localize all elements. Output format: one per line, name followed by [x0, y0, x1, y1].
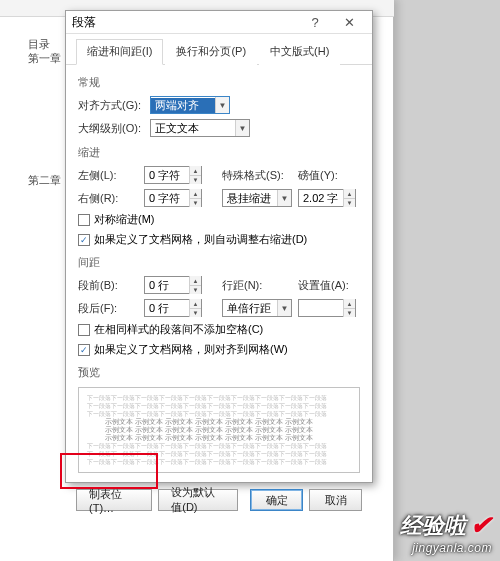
section-general: 常规	[78, 75, 360, 90]
left-indent-label: 左侧(L):	[78, 168, 138, 183]
titlebar[interactable]: 段落 ? ✕	[66, 11, 372, 34]
spin-up-icon[interactable]: ▲	[190, 299, 201, 308]
doc-text-ch1: 第一章	[28, 51, 61, 66]
snap-grid-checkbox[interactable]	[78, 344, 90, 356]
by-spinner[interactable]: 2.02 字 ▲▼	[298, 189, 356, 207]
space-before-label: 段前(B):	[78, 278, 138, 293]
alignment-label: 对齐方式(G):	[78, 98, 144, 113]
paragraph-dialog: 段落 ? ✕ 缩进和间距(I) 换行和分页(P) 中文版式(H) 常规 对齐方式…	[65, 10, 373, 483]
space-after-label: 段后(F):	[78, 301, 138, 316]
spin-down-icon[interactable]: ▼	[190, 308, 201, 317]
special-label: 特殊格式(S):	[222, 168, 292, 183]
help-button[interactable]: ?	[298, 11, 332, 33]
dialog-title: 段落	[72, 14, 298, 31]
auto-adjust-right-checkbox[interactable]	[78, 234, 90, 246]
linespacing-label: 行距(N):	[222, 278, 292, 293]
chevron-down-icon: ▼	[235, 120, 249, 136]
spin-up-icon[interactable]: ▲	[190, 276, 201, 285]
spin-down-icon[interactable]: ▼	[344, 308, 355, 317]
alignment-combo[interactable]: 两端对齐 ▼	[150, 96, 230, 114]
mirror-indent-checkbox[interactable]	[78, 214, 90, 226]
set-default-button[interactable]: 设为默认值(D)	[158, 489, 238, 511]
at-spinner[interactable]: ▲▼	[298, 299, 356, 317]
outline-combo[interactable]: 正文文本 ▼	[150, 119, 250, 137]
outline-label: 大纲级别(O):	[78, 121, 144, 136]
no-space-same-style-label: 在相同样式的段落间不添加空格(C)	[94, 322, 263, 337]
space-after-spinner[interactable]: 0 行 ▲▼	[144, 299, 202, 317]
button-row: 制表位(T)… 设为默认值(D) 确定 取消	[66, 481, 372, 519]
spin-down-icon[interactable]: ▼	[190, 198, 201, 207]
watermark-text: 经验啦	[400, 511, 466, 541]
check-icon: ✔	[470, 510, 492, 541]
right-indent-spinner[interactable]: 0 字符 ▲▼	[144, 189, 202, 207]
tab-bar: 缩进和间距(I) 换行和分页(P) 中文版式(H)	[66, 34, 372, 65]
tabs-button[interactable]: 制表位(T)…	[76, 489, 152, 511]
chevron-down-icon: ▼	[277, 190, 291, 206]
mirror-indent-label: 对称缩进(M)	[94, 212, 155, 227]
chevron-down-icon: ▼	[277, 300, 291, 316]
left-indent-spinner[interactable]: 0 字符 ▲▼	[144, 166, 202, 184]
snap-grid-label: 如果定义了文档网格，则对齐到网格(W)	[94, 342, 288, 357]
section-spacing: 间距	[78, 255, 360, 270]
at-label: 设置值(A):	[298, 278, 360, 293]
tab-indent-spacing[interactable]: 缩进和间距(I)	[76, 39, 163, 65]
spin-down-icon[interactable]: ▼	[190, 285, 201, 294]
spin-down-icon[interactable]: ▼	[344, 198, 355, 207]
spin-up-icon[interactable]: ▲	[344, 299, 355, 308]
tab-asian-typography[interactable]: 中文版式(H)	[259, 39, 340, 65]
close-button[interactable]: ✕	[332, 11, 366, 33]
section-indent: 缩进	[78, 145, 360, 160]
chevron-down-icon: ▼	[215, 97, 229, 113]
no-space-same-style-checkbox[interactable]	[78, 324, 90, 336]
preview-box: 下一段落下一段落下一段落下一段落下一段落下一段落下一段落下一段落下一段落下一段落…	[78, 387, 360, 473]
tab-line-page-breaks[interactable]: 换行和分页(P)	[165, 39, 257, 65]
space-before-spinner[interactable]: 0 行 ▲▼	[144, 276, 202, 294]
right-indent-label: 右侧(R):	[78, 191, 138, 206]
watermark-url: jingyanla.com	[400, 541, 492, 555]
section-preview: 预览	[78, 365, 360, 380]
by-label: 磅值(Y):	[298, 168, 360, 183]
spin-up-icon[interactable]: ▲	[344, 189, 355, 198]
doc-text-ch2: 第二章	[28, 173, 61, 188]
ok-button[interactable]: 确定	[250, 489, 303, 511]
dialog-content: 常规 对齐方式(G): 两端对齐 ▼ 大纲级别(O): 正文文本 ▼ 缩进 左侧…	[66, 65, 372, 481]
watermark: 经验啦 ✔ jingyanla.com	[400, 510, 492, 555]
special-indent-combo[interactable]: 悬挂缩进 ▼	[222, 189, 292, 207]
auto-adjust-right-label: 如果定义了文档网格，则自动调整右缩进(D)	[94, 232, 307, 247]
spin-down-icon[interactable]: ▼	[190, 175, 201, 184]
spin-up-icon[interactable]: ▲	[190, 166, 201, 175]
doc-text-toc: 目录	[28, 37, 50, 52]
linespacing-combo[interactable]: 单倍行距 ▼	[222, 299, 292, 317]
spin-up-icon[interactable]: ▲	[190, 189, 201, 198]
cancel-button[interactable]: 取消	[309, 489, 362, 511]
